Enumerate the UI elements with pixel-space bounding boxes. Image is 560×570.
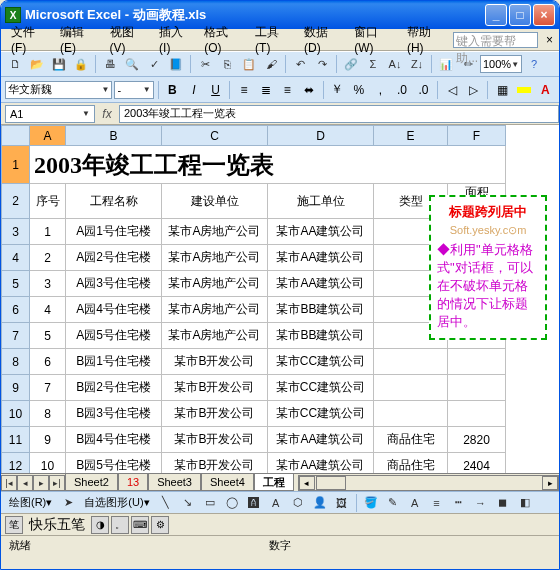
italic-button[interactable]: I — [184, 80, 204, 100]
col-header[interactable]: E — [374, 126, 448, 146]
currency-button[interactable]: ￥ — [327, 80, 347, 100]
data-cell[interactable]: 2 — [30, 245, 66, 271]
data-cell[interactable]: 某市B开发公司 — [162, 453, 268, 474]
autoshapes-menu[interactable]: 自选图形(U)▾ — [80, 494, 153, 512]
align-center-button[interactable]: ≣ — [256, 80, 276, 100]
data-cell[interactable]: B园2号住宅楼 — [66, 375, 162, 401]
print-icon[interactable]: 🖶 — [100, 54, 120, 74]
title-cell[interactable]: 2003年竣工工程一览表 — [30, 146, 506, 184]
help-search-input[interactable]: 键入需要帮助... — [453, 32, 538, 48]
data-cell[interactable]: 某市AA建筑公司 — [268, 245, 374, 271]
tab-prev-button[interactable]: ◂ — [17, 475, 33, 491]
font-name-select[interactable]: 华文新魏▼ — [5, 81, 112, 99]
data-cell[interactable]: 5 — [30, 323, 66, 349]
cut-icon[interactable]: ✂ — [195, 54, 215, 74]
scroll-right-button[interactable]: ▸ — [542, 476, 558, 490]
preview-icon[interactable]: 🔍 — [122, 54, 142, 74]
data-cell[interactable]: 某市BB建筑公司 — [268, 297, 374, 323]
horizontal-scrollbar[interactable]: ◂ ▸ — [298, 475, 559, 491]
borders-button[interactable]: ▦ — [492, 80, 512, 100]
sort-asc-icon[interactable]: A↓ — [385, 54, 405, 74]
line-color-icon[interactable]: ✎ — [383, 493, 403, 513]
data-cell[interactable]: 2820 — [448, 427, 506, 453]
row-header[interactable]: 2 — [2, 184, 30, 219]
format-painter-icon[interactable]: 🖌 — [261, 54, 281, 74]
data-cell[interactable]: 9 — [30, 427, 66, 453]
arrow-style-icon[interactable]: → — [471, 493, 491, 513]
maximize-button[interactable]: □ — [509, 4, 531, 26]
select-all-cell[interactable] — [2, 126, 30, 146]
data-cell[interactable] — [448, 375, 506, 401]
data-cell[interactable]: 某市B开发公司 — [162, 427, 268, 453]
scroll-thumb[interactable] — [316, 476, 346, 490]
data-cell[interactable]: 某市CC建筑公司 — [268, 349, 374, 375]
row-header[interactable]: 11 — [2, 427, 30, 453]
data-cell[interactable]: 某市A房地产公司 — [162, 297, 268, 323]
dec-decimal-button[interactable]: .0 — [414, 80, 434, 100]
percent-button[interactable]: % — [349, 80, 369, 100]
spell-icon[interactable]: ✓ — [144, 54, 164, 74]
research-icon[interactable]: 📘 — [166, 54, 186, 74]
oval-icon[interactable]: ◯ — [222, 493, 242, 513]
save-icon[interactable]: 💾 — [49, 54, 69, 74]
sum-icon[interactable]: Σ — [363, 54, 383, 74]
data-cell[interactable]: 7 — [30, 375, 66, 401]
data-cell[interactable]: B园3号住宅楼 — [66, 401, 162, 427]
comma-button[interactable]: , — [371, 80, 391, 100]
sheet-tab[interactable]: Sheet4 — [201, 474, 254, 491]
data-cell[interactable]: B园5号住宅楼 — [66, 453, 162, 474]
col-header[interactable]: B — [66, 126, 162, 146]
permission-icon[interactable]: 🔒 — [71, 54, 91, 74]
align-left-button[interactable]: ≡ — [234, 80, 254, 100]
menu-format[interactable]: 格式(O) — [200, 22, 247, 57]
data-cell[interactable]: 1 — [30, 219, 66, 245]
col-header[interactable]: D — [268, 126, 374, 146]
data-cell[interactable] — [448, 401, 506, 427]
data-cell[interactable]: 某市AA建筑公司 — [268, 427, 374, 453]
sheet-tab[interactable]: Sheet2 — [65, 474, 118, 491]
tab-first-button[interactable]: |◂ — [1, 475, 17, 491]
dec-indent-button[interactable]: ◁ — [442, 80, 462, 100]
menu-view[interactable]: 视图(V) — [106, 22, 152, 57]
undo-icon[interactable]: ↶ — [290, 54, 310, 74]
scroll-left-button[interactable]: ◂ — [299, 476, 315, 490]
data-cell[interactable]: A园5号住宅楼 — [66, 323, 162, 349]
data-cell[interactable]: A园4号住宅楼 — [66, 297, 162, 323]
arrow-icon[interactable]: ↘ — [178, 493, 198, 513]
inc-decimal-button[interactable]: .0 — [392, 80, 412, 100]
data-cell[interactable]: 商品住宅 — [374, 427, 448, 453]
ime-punct-icon[interactable]: 。 — [111, 516, 129, 534]
data-cell[interactable]: 某市CC建筑公司 — [268, 401, 374, 427]
rect-icon[interactable]: ▭ — [200, 493, 220, 513]
menu-window[interactable]: 窗口(W) — [350, 22, 399, 57]
data-cell[interactable]: 某市B开发公司 — [162, 401, 268, 427]
underline-button[interactable]: U — [206, 80, 226, 100]
fill-color-button[interactable] — [514, 80, 534, 100]
menu-help[interactable]: 帮助(H) — [403, 22, 449, 57]
drawing-icon[interactable]: ✏ — [458, 54, 478, 74]
doc-close-button[interactable]: × — [546, 33, 553, 47]
data-cell[interactable]: 某市B开发公司 — [162, 349, 268, 375]
data-cell[interactable]: 某市A房地产公司 — [162, 271, 268, 297]
ime-icon[interactable]: 笔 — [5, 516, 23, 534]
line-icon[interactable]: ╲ — [156, 493, 176, 513]
ime-fullwidth-icon[interactable]: ◑ — [91, 516, 109, 534]
row-header[interactable]: 8 — [2, 349, 30, 375]
row-header[interactable]: 4 — [2, 245, 30, 271]
data-cell[interactable] — [374, 401, 448, 427]
name-box[interactable]: A1▼ — [5, 105, 95, 123]
data-cell[interactable] — [448, 349, 506, 375]
close-button[interactable]: × — [533, 4, 555, 26]
sheet-tab[interactable]: 13 — [118, 474, 148, 491]
diagram-icon[interactable]: ⬡ — [288, 493, 308, 513]
font-color-button[interactable]: A — [535, 80, 555, 100]
open-icon[interactable]: 📂 — [27, 54, 47, 74]
3d-icon[interactable]: ◧ — [515, 493, 535, 513]
data-cell[interactable]: 某市B开发公司 — [162, 375, 268, 401]
menu-edit[interactable]: 编辑(E) — [56, 22, 102, 57]
col-header[interactable]: A — [30, 126, 66, 146]
ime-softkb-icon[interactable]: ⌨ — [131, 516, 149, 534]
textbox-icon[interactable]: 🅰 — [244, 493, 264, 513]
merge-center-button[interactable]: ⬌ — [299, 80, 319, 100]
select-objects-icon[interactable]: ➤ — [58, 493, 78, 513]
